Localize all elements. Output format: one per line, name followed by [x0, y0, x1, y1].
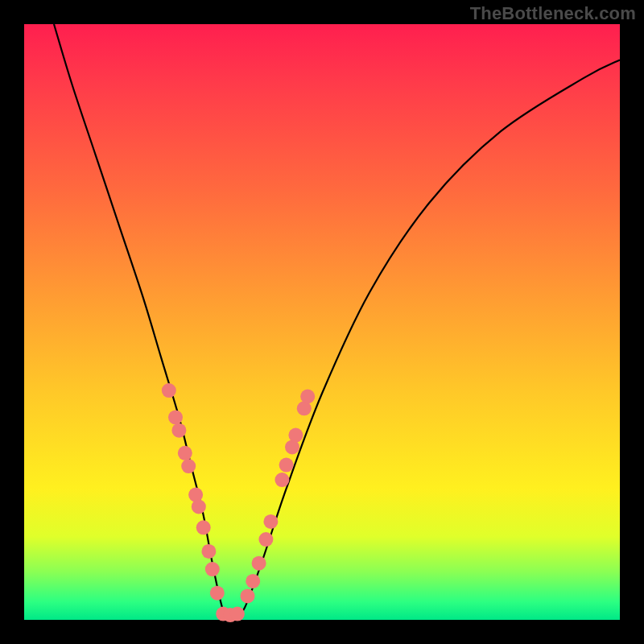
chart-svg: [24, 24, 620, 620]
curve-marker: [168, 410, 183, 424]
curve-marker: [252, 556, 266, 571]
plot-gradient-background: [24, 24, 620, 620]
curve-marker: [241, 588, 255, 603]
curve-marker: [192, 499, 206, 514]
marker-group: [162, 383, 315, 622]
curve-marker: [300, 390, 315, 404]
chart-frame: TheBottleneck.com: [0, 0, 644, 644]
curve-marker: [288, 428, 303, 443]
curve-marker: [171, 423, 186, 438]
bottleneck-curve-path: [54, 24, 620, 621]
curve-marker: [181, 459, 196, 473]
curve-marker: [279, 458, 294, 473]
curve-marker: [258, 532, 273, 547]
curve-marker: [178, 446, 192, 460]
curve-marker: [205, 562, 220, 576]
curve-marker: [230, 607, 245, 621]
curve-marker: [275, 473, 289, 487]
curve-marker: [162, 383, 176, 398]
curve-marker: [210, 586, 225, 601]
watermark-text: TheBottleneck.com: [470, 3, 636, 24]
curve-marker: [246, 574, 260, 588]
curve-marker: [196, 520, 211, 535]
curve-marker: [201, 544, 216, 559]
curve-marker: [263, 514, 278, 529]
